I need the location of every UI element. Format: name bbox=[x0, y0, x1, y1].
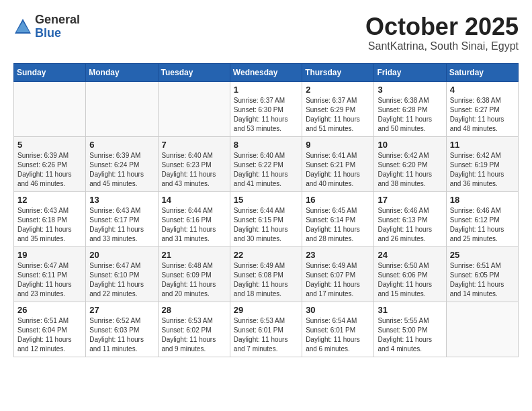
day-cell: 1Sunrise: 6:37 AMSunset: 6:30 PMDaylight… bbox=[230, 81, 302, 136]
day-cell: 7Sunrise: 6:40 AMSunset: 6:23 PMDaylight… bbox=[158, 136, 230, 191]
day-info: Sunrise: 6:49 AMSunset: 6:07 PMDaylight:… bbox=[306, 261, 370, 299]
day-number: 11 bbox=[450, 140, 515, 150]
day-cell bbox=[86, 81, 158, 136]
day-info: Sunrise: 6:52 AMSunset: 6:03 PMDaylight:… bbox=[89, 316, 154, 354]
day-info: Sunrise: 6:38 AMSunset: 6:27 PMDaylight:… bbox=[450, 96, 515, 134]
day-info: Sunrise: 6:51 AMSunset: 6:04 PMDaylight:… bbox=[17, 316, 82, 354]
day-cell bbox=[14, 81, 86, 136]
logo-text: General Blue bbox=[35, 13, 80, 40]
day-cell: 4Sunrise: 6:38 AMSunset: 6:27 PMDaylight… bbox=[446, 81, 518, 136]
logo-general: General bbox=[35, 13, 80, 27]
header-thursday: Thursday bbox=[302, 63, 374, 81]
day-info: Sunrise: 6:38 AMSunset: 6:28 PMDaylight:… bbox=[378, 96, 442, 134]
day-number: 12 bbox=[17, 195, 82, 205]
day-info: Sunrise: 6:42 AMSunset: 6:19 PMDaylight:… bbox=[450, 151, 515, 189]
header-sunday: Sunday bbox=[14, 63, 86, 81]
day-cell: 13Sunrise: 6:43 AMSunset: 6:17 PMDayligh… bbox=[86, 191, 158, 246]
day-number: 2 bbox=[306, 85, 370, 95]
day-info: Sunrise: 6:40 AMSunset: 6:23 PMDaylight:… bbox=[162, 151, 226, 189]
day-number: 17 bbox=[378, 195, 442, 205]
day-info: Sunrise: 5:55 AMSunset: 5:00 PMDaylight:… bbox=[378, 316, 442, 354]
day-info: Sunrise: 6:44 AMSunset: 6:15 PMDaylight:… bbox=[234, 206, 298, 244]
day-cell: 22Sunrise: 6:49 AMSunset: 6:08 PMDayligh… bbox=[230, 246, 302, 302]
day-info: Sunrise: 6:45 AMSunset: 6:14 PMDaylight:… bbox=[306, 206, 370, 244]
day-cell bbox=[446, 302, 518, 357]
day-info: Sunrise: 6:53 AMSunset: 6:01 PMDaylight:… bbox=[234, 316, 298, 354]
day-number: 1 bbox=[234, 85, 298, 95]
day-number: 28 bbox=[162, 305, 226, 315]
day-info: Sunrise: 6:44 AMSunset: 6:16 PMDaylight:… bbox=[162, 206, 226, 244]
day-number: 25 bbox=[450, 250, 515, 260]
day-number: 16 bbox=[306, 195, 370, 205]
day-info: Sunrise: 6:43 AMSunset: 6:18 PMDaylight:… bbox=[17, 206, 82, 244]
day-cell: 26Sunrise: 6:51 AMSunset: 6:04 PMDayligh… bbox=[14, 302, 86, 357]
header-row: SundayMondayTuesdayWednesdayThursdayFrid… bbox=[14, 63, 519, 81]
page-header: General Blue October 2025 SantKatrina, S… bbox=[13, 13, 519, 52]
week-row-4: 19Sunrise: 6:47 AMSunset: 6:11 PMDayligh… bbox=[14, 246, 519, 302]
day-number: 14 bbox=[162, 195, 226, 205]
day-cell: 6Sunrise: 6:39 AMSunset: 6:24 PMDaylight… bbox=[86, 136, 158, 191]
day-cell: 20Sunrise: 6:47 AMSunset: 6:10 PMDayligh… bbox=[86, 246, 158, 302]
day-info: Sunrise: 6:46 AMSunset: 6:13 PMDaylight:… bbox=[378, 206, 442, 244]
day-number: 19 bbox=[17, 250, 82, 260]
day-number: 10 bbox=[378, 140, 442, 150]
logo-icon bbox=[13, 17, 32, 36]
day-cell: 29Sunrise: 6:53 AMSunset: 6:01 PMDayligh… bbox=[230, 302, 302, 357]
month-title: October 2025 bbox=[365, 13, 519, 40]
day-cell: 14Sunrise: 6:44 AMSunset: 6:16 PMDayligh… bbox=[158, 191, 230, 246]
day-cell: 28Sunrise: 6:53 AMSunset: 6:02 PMDayligh… bbox=[158, 302, 230, 357]
day-cell: 21Sunrise: 6:48 AMSunset: 6:09 PMDayligh… bbox=[158, 246, 230, 302]
svg-marker-1 bbox=[16, 21, 30, 32]
calendar-table: SundayMondayTuesdayWednesdayThursdayFrid… bbox=[13, 63, 519, 357]
day-cell: 25Sunrise: 6:51 AMSunset: 6:05 PMDayligh… bbox=[446, 246, 518, 302]
day-info: Sunrise: 6:54 AMSunset: 6:01 PMDaylight:… bbox=[306, 316, 370, 354]
day-number: 29 bbox=[234, 305, 298, 315]
day-info: Sunrise: 6:47 AMSunset: 6:10 PMDaylight:… bbox=[89, 261, 154, 299]
day-cell: 17Sunrise: 6:46 AMSunset: 6:13 PMDayligh… bbox=[374, 191, 446, 246]
header-tuesday: Tuesday bbox=[158, 63, 230, 81]
week-row-3: 12Sunrise: 6:43 AMSunset: 6:18 PMDayligh… bbox=[14, 191, 519, 246]
day-number: 9 bbox=[306, 140, 370, 150]
day-number: 7 bbox=[162, 140, 226, 150]
day-info: Sunrise: 6:37 AMSunset: 6:29 PMDaylight:… bbox=[306, 96, 370, 134]
logo: General Blue bbox=[13, 13, 80, 40]
day-info: Sunrise: 6:47 AMSunset: 6:11 PMDaylight:… bbox=[17, 261, 82, 299]
header-friday: Friday bbox=[374, 63, 446, 81]
day-cell: 2Sunrise: 6:37 AMSunset: 6:29 PMDaylight… bbox=[302, 81, 374, 136]
day-cell bbox=[158, 81, 230, 136]
week-row-5: 26Sunrise: 6:51 AMSunset: 6:04 PMDayligh… bbox=[14, 302, 519, 357]
day-info: Sunrise: 6:50 AMSunset: 6:06 PMDaylight:… bbox=[378, 261, 442, 299]
day-cell: 18Sunrise: 6:46 AMSunset: 6:12 PMDayligh… bbox=[446, 191, 518, 246]
day-cell: 19Sunrise: 6:47 AMSunset: 6:11 PMDayligh… bbox=[14, 246, 86, 302]
day-number: 3 bbox=[378, 85, 442, 95]
day-cell: 5Sunrise: 6:39 AMSunset: 6:26 PMDaylight… bbox=[14, 136, 86, 191]
day-cell: 23Sunrise: 6:49 AMSunset: 6:07 PMDayligh… bbox=[302, 246, 374, 302]
day-number: 23 bbox=[306, 250, 370, 260]
day-number: 24 bbox=[378, 250, 442, 260]
day-info: Sunrise: 6:53 AMSunset: 6:02 PMDaylight:… bbox=[162, 316, 226, 354]
day-info: Sunrise: 6:39 AMSunset: 6:24 PMDaylight:… bbox=[89, 151, 154, 189]
day-info: Sunrise: 6:43 AMSunset: 6:17 PMDaylight:… bbox=[89, 206, 154, 244]
day-number: 21 bbox=[162, 250, 226, 260]
day-cell: 15Sunrise: 6:44 AMSunset: 6:15 PMDayligh… bbox=[230, 191, 302, 246]
day-cell: 24Sunrise: 6:50 AMSunset: 6:06 PMDayligh… bbox=[374, 246, 446, 302]
day-cell: 16Sunrise: 6:45 AMSunset: 6:14 PMDayligh… bbox=[302, 191, 374, 246]
day-cell: 3Sunrise: 6:38 AMSunset: 6:28 PMDaylight… bbox=[374, 81, 446, 136]
day-cell: 12Sunrise: 6:43 AMSunset: 6:18 PMDayligh… bbox=[14, 191, 86, 246]
day-number: 20 bbox=[89, 250, 154, 260]
day-cell: 27Sunrise: 6:52 AMSunset: 6:03 PMDayligh… bbox=[86, 302, 158, 357]
day-cell: 8Sunrise: 6:40 AMSunset: 6:22 PMDaylight… bbox=[230, 136, 302, 191]
day-cell: 9Sunrise: 6:41 AMSunset: 6:21 PMDaylight… bbox=[302, 136, 374, 191]
day-cell: 31Sunrise: 5:55 AMSunset: 5:00 PMDayligh… bbox=[374, 302, 446, 357]
week-row-1: 1Sunrise: 6:37 AMSunset: 6:30 PMDaylight… bbox=[14, 81, 519, 136]
day-number: 8 bbox=[234, 140, 298, 150]
day-number: 31 bbox=[378, 305, 442, 315]
day-info: Sunrise: 6:48 AMSunset: 6:09 PMDaylight:… bbox=[162, 261, 226, 299]
title-section: October 2025 SantKatrina, South Sinai, E… bbox=[365, 13, 519, 52]
day-number: 27 bbox=[89, 305, 154, 315]
header-monday: Monday bbox=[86, 63, 158, 81]
day-info: Sunrise: 6:51 AMSunset: 6:05 PMDaylight:… bbox=[450, 261, 515, 299]
day-number: 18 bbox=[450, 195, 515, 205]
day-info: Sunrise: 6:49 AMSunset: 6:08 PMDaylight:… bbox=[234, 261, 298, 299]
header-saturday: Saturday bbox=[446, 63, 518, 81]
